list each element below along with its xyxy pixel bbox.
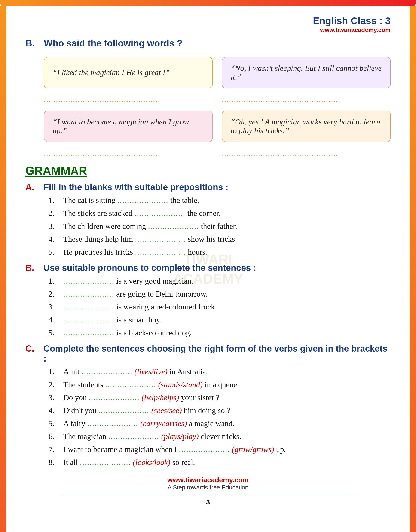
grammar-section-b: B. Use suitable pronouns to complete the… xyxy=(25,263,391,337)
grammar-c-title: Complete the sentences choosing the righ… xyxy=(43,344,391,364)
grammar-a-title: Fill in the blanks with suitable preposi… xyxy=(43,182,228,192)
quote-text-4: “Oh, yes ! A magician works very hard to… xyxy=(231,117,382,135)
footer-tagline: A Step towards free Education xyxy=(25,484,391,491)
quote-text-2: “No, I wasn’t sleeping. But I still cann… xyxy=(231,64,382,81)
quote-text-1: “I liked the magician ! He is great !” xyxy=(53,68,170,77)
list-item: 4. ..................... is a smart boy. xyxy=(48,316,391,324)
list-item: 3. ..................... is wearing a re… xyxy=(48,302,391,311)
answer-lines-row2: ........................................… xyxy=(44,147,391,157)
page-number: 3 xyxy=(25,498,391,506)
header-website: www.tiwariacademy.com xyxy=(25,26,391,34)
quote-box-1: “I liked the magician ! He is great !” xyxy=(44,57,213,88)
list-item: 6. The magician ..................... (p… xyxy=(48,432,391,441)
grammar-b-list: 1. ..................... is a very good … xyxy=(48,277,391,337)
footer-divider xyxy=(62,495,354,495)
grammar-heading: GRAMMAR xyxy=(25,164,391,178)
list-item: 1. The cat is sitting ..................… xyxy=(48,196,391,205)
answer-line-4: ........................................… xyxy=(222,149,391,157)
section-b-heading: B. Who said the following words ? xyxy=(25,38,391,48)
list-item: 3. The children were coming ............… xyxy=(48,222,391,231)
answer-line-3: ........................................… xyxy=(44,149,213,157)
quotes-grid-row1: “I liked the magician ! He is great !” “… xyxy=(44,57,391,88)
grammar-section-c-heading: C. Complete the sentences choosing the r… xyxy=(25,344,391,364)
list-item: 5. He practices his tricks .............… xyxy=(48,248,391,257)
english-class-title: English Class : 3 xyxy=(25,15,391,26)
list-item: 7. I want to became a magician when I ..… xyxy=(48,445,391,454)
section-b-letter: B. xyxy=(25,38,37,48)
quote-text-3: “I want to become a magician when I grow… xyxy=(53,117,204,135)
grammar-a-list: 1. The cat is sitting ..................… xyxy=(48,196,391,257)
grammar-c-letter: C. xyxy=(25,344,37,354)
footer: www.tiwariacademy.com A Step towards fre… xyxy=(25,476,391,520)
section-b-title: Who said the following words ? xyxy=(44,38,183,48)
grammar-b-letter: B. xyxy=(25,263,37,273)
grammar-section-c: C. Complete the sentences choosing the r… xyxy=(25,344,391,467)
list-item: 2. ..................... are going to De… xyxy=(48,290,391,298)
list-item: 8. It all ..................... (looks/l… xyxy=(48,458,391,467)
right-bar xyxy=(409,7,416,532)
section-b-who-said: B. Who said the following words ? “I lik… xyxy=(25,38,391,157)
quotes-grid-row2: “I want to become a magician when I grow… xyxy=(44,111,391,142)
quote-box-2: “No, I wasn’t sleeping. But I still cann… xyxy=(222,57,391,88)
grammar-a-letter: A. xyxy=(25,182,37,192)
list-item: 1. ..................... is a very good … xyxy=(48,277,391,285)
header: English Class : 3 www.tiwariacademy.com xyxy=(25,11,391,34)
grammar-section-a: A. Fill in the blanks with suitable prep… xyxy=(25,182,391,257)
answer-lines-row1: ........................................… xyxy=(44,93,391,104)
list-item: 2. The students ..................... (s… xyxy=(48,380,391,389)
quote-box-4: “Oh, yes ! A magician works very hard to… xyxy=(222,111,391,142)
list-item: 5. A fairy ..................... (carry/… xyxy=(48,419,391,428)
answer-line-2: ........................................… xyxy=(222,96,391,104)
grammar-c-list: 1. Amit ..................... (lives/liv… xyxy=(48,367,391,467)
grammar-section-b-heading: B. Use suitable pronouns to complete the… xyxy=(25,263,391,273)
left-bar xyxy=(0,7,7,532)
list-item: 2. The sticks are stacked ..............… xyxy=(48,209,391,218)
list-item: 4. These things help him ...............… xyxy=(48,235,391,243)
list-item: 5. ..................... is a black-colo… xyxy=(48,329,391,337)
list-item: 4. Didn't you ..................... (see… xyxy=(48,406,391,415)
answer-line-1: ........................................… xyxy=(44,96,213,104)
grammar-b-title: Use suitable pronouns to complete the se… xyxy=(43,263,256,273)
footer-website: www.tiwariacademy.com xyxy=(25,476,391,484)
quote-box-3: “I want to become a magician when I grow… xyxy=(44,111,213,142)
top-border xyxy=(0,0,416,7)
grammar-section-a-heading: A. Fill in the blanks with suitable prep… xyxy=(25,182,391,192)
list-item: 1. Amit ..................... (lives/liv… xyxy=(48,367,391,376)
list-item: 3. Do you ..................... (help/he… xyxy=(48,393,391,402)
